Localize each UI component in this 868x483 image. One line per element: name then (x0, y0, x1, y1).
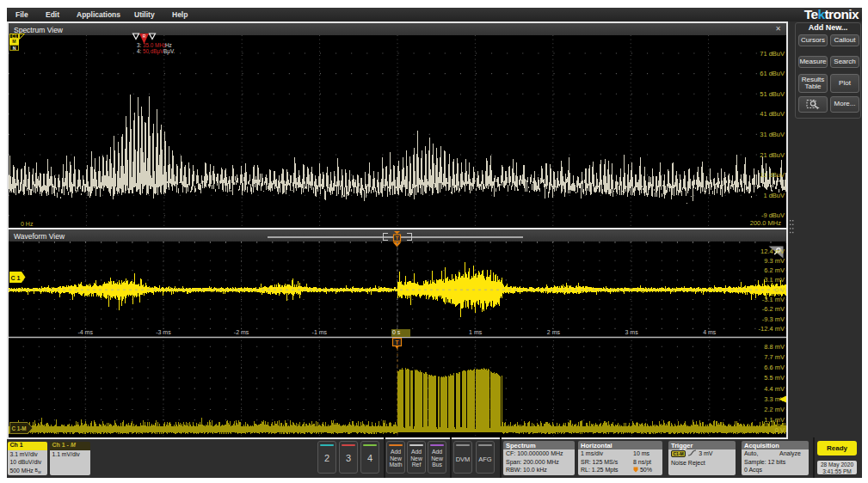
svg-text:T: T (396, 235, 399, 241)
svg-text:R: R (143, 34, 146, 39)
svg-text:C 1-M: C 1-M (11, 425, 26, 431)
svg-text:C 1: C 1 (11, 275, 21, 281)
svg-text:T: T (396, 339, 399, 345)
